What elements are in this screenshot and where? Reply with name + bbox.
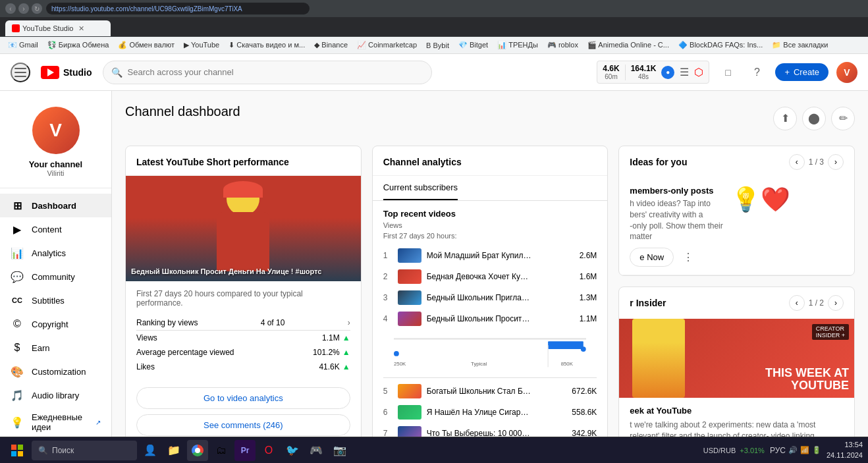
- bookmark-animedia[interactable]: 🎬 Animedia Online - C...: [585, 40, 672, 51]
- bookmark-youtube[interactable]: ▶ YouTube: [181, 40, 222, 51]
- video-views-3: 1.3M: [580, 293, 597, 302]
- upload-button[interactable]: ⬆: [773, 107, 797, 130]
- header-search[interactable]: 🔍: [103, 61, 432, 84]
- video-thumb-xs-6: [398, 405, 421, 420]
- taskbar-opera-icon[interactable]: O: [258, 440, 279, 461]
- help-button[interactable]: ?: [746, 62, 767, 83]
- see-comments-button[interactable]: See comments (246): [136, 414, 350, 436]
- taskbar-camera-icon[interactable]: 📷: [329, 440, 350, 461]
- live-button[interactable]: ⬤: [802, 107, 826, 130]
- channel-sub: Viliriti: [47, 169, 64, 177]
- likes-up-icon: ▲: [342, 362, 350, 371]
- analytics-card: Channel analytics Current subscribers To…: [372, 146, 609, 463]
- sidebar-item-content[interactable]: ▶ Content: [0, 217, 111, 241]
- tab-label-subs: Current subscribers: [383, 182, 458, 192]
- subtitle-button[interactable]: □: [717, 62, 738, 83]
- subs-value: 4.6K: [603, 64, 619, 73]
- reload-button[interactable]: ↻: [32, 3, 42, 14]
- taskbar-folder-icon[interactable]: 📁: [163, 440, 184, 461]
- url-bar[interactable]: https://studio.youtube.com/channel/UC98G…: [46, 3, 310, 14]
- bookmark-gmail[interactable]: 📧 Gmail: [5, 40, 41, 51]
- record-icon[interactable]: ⬡: [694, 66, 703, 78]
- bookmark-exchange1[interactable]: 💱 Биржа Обмена: [45, 40, 112, 51]
- bookmark-trends[interactable]: 📊 ТРЕНДы: [495, 40, 541, 51]
- taskbar-search-bar[interactable]: 🔍 Поиск: [32, 441, 137, 460]
- sidebar-item-copyright[interactable]: © Copyright: [0, 312, 111, 336]
- network-icon: 📶: [800, 446, 809, 454]
- taskbar-premiere-icon[interactable]: Pr: [234, 440, 256, 461]
- currency-change: +3.01%: [740, 447, 765, 454]
- taskbar-bird-icon[interactable]: 🐦: [282, 440, 303, 461]
- taskbar-chrome-icon[interactable]: [187, 440, 208, 461]
- sidebar-item-subtitles[interactable]: CC Subtitles: [0, 288, 111, 312]
- sidebar-label-dashboard: Dashboard: [32, 201, 76, 211]
- ranking-arrow-icon[interactable]: ›: [348, 318, 350, 327]
- bookmark-download[interactable]: ⬇ Скачать видео и м...: [226, 40, 308, 51]
- bookmark-roblox[interactable]: 🎮 roblox: [545, 40, 581, 51]
- table-row: 5 Богатый Школьник Стал Бомжом! #шортс 6…: [383, 381, 597, 402]
- active-tab[interactable]: YouTube Studio ✕: [5, 20, 111, 36]
- user-avatar[interactable]: V: [836, 62, 857, 83]
- edit-button[interactable]: ✏: [831, 107, 855, 130]
- sidebar-item-analytics[interactable]: 📊 Analytics: [0, 241, 111, 265]
- header-right: 4.6K 60m 164.1K 48s ● ☰ ⬡ □ ? + Create: [597, 61, 857, 84]
- views-up-icon: ▲: [342, 333, 350, 342]
- search-input[interactable]: [128, 67, 423, 77]
- idea-action-button[interactable]: e Now: [630, 248, 674, 267]
- ideas-navigation: ‹ 1 / 3 ›: [789, 154, 844, 170]
- sidebar-item-customization[interactable]: 🎨 Customization: [0, 360, 111, 383]
- short-video-title-overlay: Бедный Школьник Просит Деньги На Улице !…: [131, 267, 356, 276]
- views-label: 48s: [638, 73, 649, 80]
- sidebar-label-copyright: Copyright: [32, 319, 68, 329]
- ideas-next-button[interactable]: ›: [828, 154, 844, 170]
- taskbar-explorer-icon[interactable]: 🗂: [211, 440, 232, 461]
- idea-action-row: e Now ⋮: [630, 248, 844, 267]
- insider-prev-button[interactable]: ‹: [789, 295, 805, 311]
- sidebar-item-dashboard[interactable]: ⊞ Dashboard: [0, 194, 111, 217]
- thumb-cap: [223, 181, 263, 198]
- thumb-body: [217, 212, 269, 271]
- sidebar-item-earn[interactable]: $ Earn: [0, 336, 111, 360]
- sidebar-item-community[interactable]: 💬 Community: [0, 265, 111, 288]
- bookmark-exchange2[interactable]: 💰 Обмен валют: [115, 40, 177, 51]
- short-thumbnail[interactable]: Бедный Школьник Просит Деньги На Улице !…: [126, 176, 361, 281]
- video-title-analytics-4: Бедный Школьник Просит Деньги На Улице !…: [427, 314, 532, 323]
- idea-item-title: members-only posts: [630, 186, 722, 196]
- back-button[interactable]: ‹: [5, 3, 16, 14]
- insider-next-button[interactable]: ›: [828, 295, 844, 311]
- sidebar-item-audio[interactable]: 🎵 Audio library: [0, 383, 111, 407]
- video-views-4: 1.1M: [580, 314, 597, 323]
- go-to-analytics-button[interactable]: Go to video analytics: [136, 387, 350, 409]
- notification-icon[interactable]: ●: [661, 66, 674, 79]
- taskbar-person-icon[interactable]: 👤: [140, 440, 161, 461]
- idea-more-button[interactable]: ⋮: [679, 248, 697, 267]
- tab-close[interactable]: ✕: [78, 24, 84, 33]
- taskbar-game-icon[interactable]: 🎮: [306, 440, 327, 461]
- bookmark-bitget[interactable]: 💎 Bitget: [456, 40, 491, 51]
- channel-avatar[interactable]: V: [32, 107, 80, 154]
- sidebar-channel: V Your channel Viliriti: [0, 96, 111, 188]
- hamburger-button[interactable]: [11, 63, 30, 82]
- forward-button[interactable]: ›: [18, 3, 29, 14]
- ideas-header: Ideas for you ‹ 1 / 3 ›: [619, 146, 854, 178]
- bookmark-bybit[interactable]: B Bybit: [423, 40, 452, 51]
- menu-icon[interactable]: ☰: [680, 66, 689, 78]
- community-icon: 💬: [11, 270, 24, 283]
- insider-thumbnail[interactable]: CREATOR INSIDER + THIS WEEK AT YOUTUBE: [619, 319, 854, 398]
- bookmark-blockdag[interactable]: 🔷 BlockDAG FAQs: Ins...: [676, 40, 765, 51]
- ideas-prev-button[interactable]: ‹: [789, 154, 805, 170]
- copyright-icon: ©: [11, 317, 24, 331]
- bookmarks-all[interactable]: 📁 Все закладки: [769, 40, 830, 51]
- create-button[interactable]: + Create: [775, 63, 828, 81]
- start-button[interactable]: [5, 439, 29, 462]
- tab-current-subscribers[interactable]: Current subscribers: [383, 176, 458, 200]
- bookmark-coinmarketcap[interactable]: 📈 Coinmarketcap: [354, 40, 420, 51]
- bookmark-binance[interactable]: ◆ Binance: [312, 40, 350, 51]
- short-compare-text: First 27 days 20 hours compared to your …: [136, 289, 350, 308]
- video-rank-3: 3: [383, 293, 393, 302]
- search-icon: 🔍: [111, 67, 122, 78]
- yt-studio-logo[interactable]: Studio: [41, 66, 92, 79]
- subtitles-icon: CC: [11, 294, 24, 307]
- sidebar-item-daily[interactable]: 💡 Ежедневные идеи ↗: [0, 407, 111, 437]
- windows-logo-icon: [11, 444, 24, 457]
